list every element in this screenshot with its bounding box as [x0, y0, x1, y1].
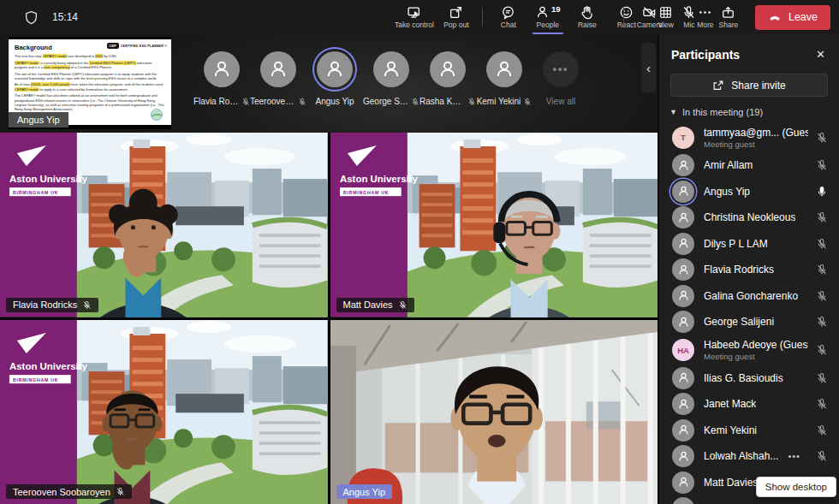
mic-off-indicator — [816, 372, 828, 384]
mic-off-icon — [816, 132, 828, 144]
filmstrip-avatar-angus-yip[interactable]: Angus Yip — [306, 49, 363, 106]
toolbar-button-mic[interactable]: Mic — [669, 0, 709, 34]
avatar: T — [672, 127, 694, 149]
avatar — [672, 419, 694, 442]
person-icon — [211, 59, 232, 80]
toolbar-divider — [482, 8, 483, 27]
toolbar-button-people[interactable]: 19People — [528, 0, 568, 34]
filmstrip-view-all[interactable]: ••• View all — [533, 49, 589, 106]
person-icon — [677, 371, 690, 384]
svg-text:Aston University: Aston University — [9, 174, 88, 184]
video-tile-angus-yip[interactable]: Angus Yip — [330, 320, 658, 504]
person-icon — [677, 398, 690, 411]
filmstrip-avatar-kemi-yekini[interactable]: Kemi Yekini — [476, 49, 533, 106]
filmstrip-avatar-flavia-rodr-[interactable]: Flavia Rodr... — [193, 49, 250, 106]
participants-panel: Participants ✕ Share invite ▼ In this me… — [659, 34, 839, 504]
leave-button[interactable]: Leave — [755, 5, 830, 30]
mic-off-icon — [681, 5, 696, 20]
toolbar-button-share[interactable]: Share — [709, 0, 748, 34]
participant-row-tammyaa-gm-guest-[interactable]: Ttammyaa@gm... (Guest)Meeting guest — [659, 122, 839, 152]
mic-off-icon — [82, 300, 92, 310]
participant-row-amir-allam[interactable]: Amir Allam — [659, 152, 839, 179]
person-icon — [677, 264, 690, 276]
avatar — [672, 181, 694, 203]
in-this-meeting-toggle[interactable]: ▼ In this meeting (19) — [659, 100, 839, 121]
share-invite-button[interactable]: Share invite — [670, 74, 828, 97]
video-name-label: Teerooven Soobaroyen — [6, 484, 132, 499]
share-invite-icon — [712, 80, 724, 92]
mic-off-icon — [816, 316, 828, 328]
person-icon — [677, 159, 690, 172]
topbar-left: 15:14 — [24, 0, 78, 34]
camera-off-icon — [642, 5, 657, 20]
mic-off-icon — [398, 300, 408, 310]
show-desktop-tooltip: Show desktop — [756, 477, 836, 497]
avatar — [672, 471, 694, 494]
toolbar-button-camera[interactable]: Camera — [630, 0, 669, 34]
person-icon — [677, 476, 690, 489]
participant-row-janet-mack[interactable]: Janet Mack — [659, 391, 839, 418]
toolbar-divider — [623, 8, 624, 27]
meeting-topbar: 15:14 Take controlPop outChat19PeopleRai… — [0, 0, 839, 34]
mic-off-icon — [816, 344, 828, 356]
esg-globe-graphic — [147, 108, 166, 122]
mic-off-indicator — [816, 132, 828, 144]
filmstrip-avatar-george-sali-[interactable]: George Sali... — [363, 49, 420, 106]
screenshare-thumbnail[interactable]: CEP CERTIFIED ESG PLANNER ® Background T… — [9, 37, 171, 129]
video-tile-matt-davies[interactable]: Aston University BIRMINGHAM UK Matt Davi… — [330, 133, 658, 317]
participant-row-flavia-rodricks[interactable]: Flavia Rodricks — [659, 257, 839, 283]
mic-off-indicator — [816, 398, 828, 410]
participant-row-ilias-g-basioudis[interactable]: Ilias G. Basioudis — [659, 365, 839, 392]
toolbar-button-chat[interactable]: Chat — [489, 0, 528, 34]
collapse-filmstrip-button[interactable]: ‹ — [641, 43, 656, 92]
person-icon — [677, 450, 690, 463]
view-all-ellipsis: ••• — [543, 51, 579, 87]
shield-icon — [24, 10, 39, 25]
video-tile-teerooven-soobaroyen[interactable]: Aston University BIRMINGHAM UK Teerooven… — [0, 320, 328, 504]
avatar — [373, 51, 409, 87]
avatar — [317, 51, 353, 87]
mic-off-icon — [816, 159, 828, 171]
avatar — [672, 311, 694, 333]
avatar — [204, 51, 240, 87]
participant-row-dilys-p-l-lam[interactable]: Dilys P L LAM — [659, 231, 839, 258]
close-panel-button[interactable]: ✕ — [814, 46, 827, 62]
participant-row-kemi-yekini[interactable]: Kemi Yekini — [659, 418, 839, 444]
mic-off-icon — [816, 372, 828, 384]
video-tile-flavia-rodricks[interactable]: Aston University BIRMINGHAM UK Flavia Ro… — [0, 133, 328, 317]
panel-title: Participants — [671, 48, 740, 62]
video-name-label: Flavia Rodricks — [6, 298, 98, 312]
participant-row-angus-yip[interactable]: Angus Yip — [659, 179, 839, 205]
participant-row-galina-goncharenko[interactable]: Galina Goncharenko — [659, 283, 839, 310]
participant-row-lolwah-alshah-[interactable]: Lolwah Alshah...••• — [659, 443, 839, 470]
participants-list: Ttammyaa@gm... (Guest)Meeting guestAmir … — [659, 122, 839, 504]
mic-off-indicator — [816, 424, 828, 436]
raise-icon — [580, 5, 594, 20]
presenter-name-tag: Angus Yip — [9, 112, 68, 127]
participant-row-christina-neokleous[interactable]: Christina Neokleous — [659, 205, 839, 231]
person-icon — [677, 316, 690, 329]
person-icon — [677, 424, 690, 436]
slide-body-text: The new five-step CEPAR® model was devel… — [15, 54, 165, 111]
video-name-label: Matt Davies — [336, 298, 414, 312]
mic-off-icon — [816, 264, 828, 276]
mic-off-icon — [816, 290, 828, 302]
avatar — [672, 258, 694, 281]
toolbar-button-pop-out[interactable]: Pop out — [437, 0, 476, 34]
panel-header: Participants ✕ — [659, 34, 839, 66]
toolbar-button-raise[interactable]: Raise — [568, 0, 607, 34]
filmstrip-avatar-teerooven-[interactable]: Teerooven ... — [250, 49, 306, 106]
toolbar-button-take-control[interactable]: Take control — [392, 0, 437, 34]
mic-off-icon — [298, 98, 306, 106]
filmstrip-avatar-rasha-kass-[interactable]: Rasha Kass... — [420, 49, 476, 106]
participant-row-habeeb-adeoye-guest-[interactable]: HAHabeeb Adeoye (Guest)Meeting guest — [659, 335, 839, 365]
hangup-icon — [768, 10, 782, 24]
mic-off-indicator — [816, 211, 828, 223]
mic-off-icon — [467, 98, 476, 106]
mic-off-indicator — [816, 159, 828, 171]
person-icon — [494, 59, 515, 80]
avatar — [672, 285, 694, 307]
more-options-icon[interactable]: ••• — [788, 451, 800, 461]
mic-off-indicator — [816, 238, 828, 250]
participant-row-george-salijeni[interactable]: George Salijeni — [659, 309, 839, 335]
